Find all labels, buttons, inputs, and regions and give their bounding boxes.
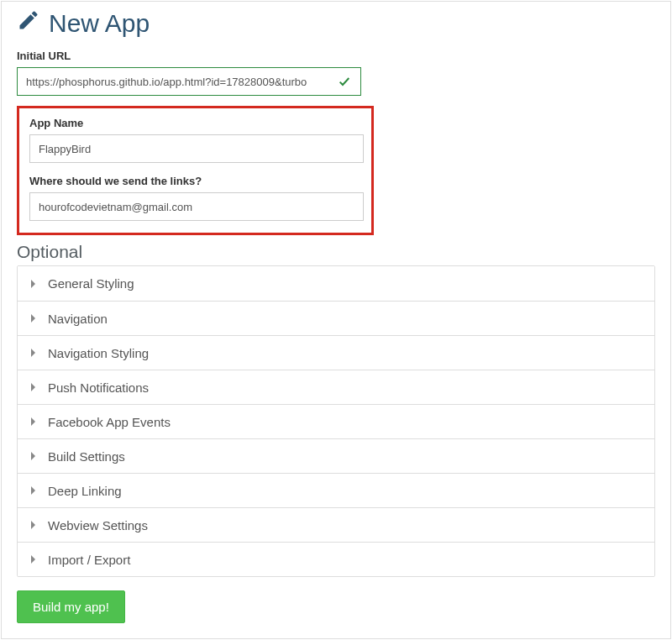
email-section: Where should we send the links? xyxy=(29,175,361,221)
chevron-right-icon xyxy=(29,314,38,323)
accordion-item[interactable]: General Styling xyxy=(18,266,654,301)
accordion-item-label: Navigation xyxy=(48,312,108,326)
chevron-right-icon xyxy=(29,486,38,495)
pencil-icon xyxy=(17,8,40,38)
accordion-item-label: Deep Linking xyxy=(48,484,122,498)
page-title-text: New App xyxy=(49,9,150,38)
chevron-right-icon xyxy=(29,349,38,357)
accordion-item[interactable]: Facebook App Events xyxy=(18,404,654,438)
accordion-item-label: Facebook App Events xyxy=(48,415,171,429)
accordion-item[interactable]: Navigation xyxy=(18,301,654,335)
accordion-item[interactable]: Build Settings xyxy=(18,438,654,473)
chevron-right-icon xyxy=(29,417,38,426)
accordion-item-label: Push Notifications xyxy=(48,380,149,395)
chevron-right-icon xyxy=(29,452,38,460)
accordion-item-label: Import / Export xyxy=(48,553,130,567)
accordion-item[interactable]: Webview Settings xyxy=(18,507,654,542)
check-icon xyxy=(328,68,360,95)
app-name-input[interactable] xyxy=(29,134,364,163)
accordion-item-label: Navigation Styling xyxy=(48,346,149,360)
highlight-box: App Name Where should we send the links? xyxy=(17,106,374,235)
chevron-right-icon xyxy=(29,521,38,529)
initial-url-section: Initial URL xyxy=(17,50,655,96)
accordion-item-label: General Styling xyxy=(48,276,134,291)
new-app-panel: New App Initial URL App Name Where shoul… xyxy=(1,1,671,639)
optional-heading: Optional xyxy=(17,242,655,262)
build-app-button[interactable]: Build my app! xyxy=(17,590,125,623)
accordion-item[interactable]: Deep Linking xyxy=(18,473,654,507)
initial-url-row xyxy=(17,67,361,96)
chevron-right-icon xyxy=(29,383,38,391)
app-name-section: App Name xyxy=(29,117,361,163)
accordion-item[interactable]: Import / Export xyxy=(18,542,654,576)
initial-url-label: Initial URL xyxy=(17,50,655,62)
initial-url-input[interactable] xyxy=(18,68,328,95)
email-input[interactable] xyxy=(29,192,364,221)
accordion-item-label: Build Settings xyxy=(48,449,125,464)
email-label: Where should we send the links? xyxy=(29,175,361,187)
accordion-item[interactable]: Push Notifications xyxy=(18,370,654,404)
accordion-item-label: Webview Settings xyxy=(48,518,148,532)
chevron-right-icon xyxy=(29,280,38,288)
app-name-label: App Name xyxy=(29,117,361,129)
accordion-item[interactable]: Navigation Styling xyxy=(18,335,654,370)
chevron-right-icon xyxy=(29,555,38,564)
page-title: New App xyxy=(17,2,655,50)
optional-accordion: General StylingNavigationNavigation Styl… xyxy=(17,265,655,577)
